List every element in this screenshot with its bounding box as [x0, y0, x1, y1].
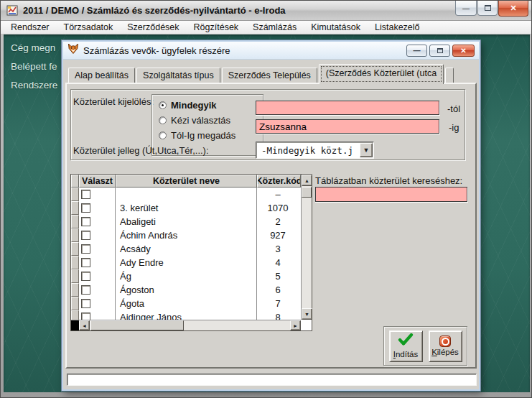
start-button[interactable]: Indítás — [389, 330, 423, 362]
select-cell — [79, 256, 116, 269]
minimize-button[interactable]: — — [455, 1, 477, 16]
horizontal-scroll-thumb[interactable] — [90, 320, 184, 330]
table-row[interactable]: Áchim András927 — [71, 228, 301, 242]
minimize-icon: — — [462, 4, 470, 12]
table-row[interactable]: Ágoston6 — [71, 283, 301, 297]
menu-item-rogzitesek[interactable]: Rögzítések — [187, 21, 246, 34]
row-selector[interactable] — [71, 256, 79, 269]
table-row[interactable]: Ág5 — [71, 269, 301, 283]
radio-option-tol-ig-megadas[interactable]: Tól-Ig megadás — [159, 130, 256, 141]
row-checkbox[interactable] — [81, 203, 90, 213]
maximize-button[interactable] — [477, 1, 498, 16]
chevron-down-icon[interactable]: ▼ — [360, 143, 373, 157]
to-suffix-label: -ig — [449, 122, 459, 133]
dialog-minimize-button[interactable]: — — [406, 45, 427, 57]
row-selector[interactable] — [71, 188, 79, 201]
street-code-cell: 6 — [257, 283, 299, 297]
current-record-indicator — [71, 320, 79, 330]
table-row[interactable]: Ágota7 — [71, 297, 301, 310]
exit-button[interactable]: Kilépés — [429, 330, 462, 362]
row-checkbox[interactable] — [81, 272, 90, 281]
select-cell — [79, 269, 116, 283]
menu-item-rendszer[interactable]: Rendszer — [4, 21, 57, 34]
row-selector[interactable] — [71, 310, 79, 320]
menu-item-szamlazas[interactable]: Számlázás — [246, 21, 304, 34]
maximize-icon — [437, 48, 443, 53]
radio-option-mindegyik[interactable]: Mindegyik — [159, 100, 256, 111]
scroll-down-icon[interactable]: ▼ — [302, 308, 312, 320]
foxpro-fox-icon — [67, 43, 79, 57]
from-suffix-label: -tól — [447, 103, 460, 114]
check-icon — [398, 333, 414, 349]
tab-stub — [445, 68, 454, 83]
menu-item-torzsadatok[interactable]: Törzsadatok — [57, 21, 121, 34]
table-row[interactable]: – — [71, 188, 301, 201]
tab-szerzodes-telepules[interactable]: Szerződés Település — [222, 68, 317, 83]
close-icon: ✕ — [510, 4, 516, 13]
row-checkbox[interactable] — [81, 244, 90, 254]
row-checkbox[interactable] — [81, 313, 90, 320]
column-header-kod: Közter.kód — [257, 175, 301, 188]
to-input[interactable] — [256, 119, 439, 134]
row-checkbox[interactable] — [81, 231, 90, 240]
dialog-status-field[interactable] — [67, 374, 477, 386]
street-table: Választ Közterület neve Közter.kód –3. k… — [70, 174, 312, 331]
vertical-scrollbar[interactable]: ▲ ▼ — [301, 175, 312, 320]
sidebar-label-belepett-fe: Belépett fe — [11, 61, 68, 72]
table-row[interactable]: Ady Endre4 — [71, 256, 301, 269]
horizontal-scroll-track[interactable] — [90, 320, 290, 330]
desktop-screenshot: 2011 / DEMO / Számlázó és szerződés-nyil… — [0, 0, 532, 398]
menu-item-listakezelo[interactable]: Listakezelő — [368, 21, 427, 34]
table-row[interactable]: Aidinger János8 — [71, 310, 301, 320]
row-selector[interactable] — [71, 283, 79, 297]
select-cell — [79, 297, 116, 310]
street-name-cell: Ágoston — [116, 283, 257, 297]
selector-column-header — [71, 175, 79, 188]
street-name-cell: 3. kerület — [116, 201, 257, 215]
radio-icon — [159, 131, 167, 139]
select-cell — [79, 242, 116, 256]
main-window-titlebar: 2011 / DEMO / Számlázó és szerződés-nyil… — [1, 1, 532, 21]
tab-szolgaltatas-tipus[interactable]: Szolgáltatás típus — [136, 68, 220, 83]
table-row[interactable]: Acsády3 — [71, 242, 301, 256]
select-cell — [79, 201, 116, 215]
horizontal-scrollbar[interactable]: ◄ ► — [71, 320, 301, 330]
dialog-title: Számlázás vevők- ügyfelek részére — [83, 45, 230, 56]
dialog-maximize-button[interactable] — [429, 45, 450, 57]
tab-szerzodes-kozterulet-utca[interactable]: (Szerződés Közterület (utca — [319, 64, 444, 84]
menu-item-szerzodesek[interactable]: Szerződések — [120, 21, 186, 34]
scroll-left-icon[interactable]: ◄ — [79, 320, 90, 330]
scroll-right-icon[interactable]: ► — [290, 320, 301, 330]
from-input[interactable] — [256, 101, 439, 115]
radio-option-kezi-valasztas[interactable]: Kézi választás — [159, 115, 256, 126]
row-selector[interactable] — [71, 228, 79, 242]
row-checkbox[interactable] — [81, 285, 90, 295]
table-row[interactable]: Abaligeti2 — [71, 215, 301, 228]
radio-icon — [159, 101, 167, 109]
row-checkbox[interactable] — [81, 258, 90, 267]
tab-alap-beallitas[interactable]: Alap beállítás — [68, 68, 135, 83]
radio-option-label: Tól-Ig megadás — [171, 130, 235, 141]
kijeloles-label: Közterület kijelölés: — [73, 96, 154, 107]
row-checkbox[interactable] — [81, 190, 90, 199]
search-input[interactable] — [315, 187, 467, 202]
dialog-close-button[interactable]: ✕ — [452, 45, 475, 57]
menu-item-kimutatasok[interactable]: Kimutatások — [304, 21, 368, 34]
row-selector[interactable] — [71, 297, 79, 310]
scrollbar-corner — [301, 320, 312, 330]
row-checkbox[interactable] — [81, 299, 90, 308]
select-cell — [79, 228, 116, 242]
street-name-cell: Ág — [116, 269, 257, 283]
row-selector[interactable] — [71, 242, 79, 256]
table-row[interactable]: 3. kerület1070 — [71, 201, 301, 215]
jelleg-label: Közterület jelleg (Út,Utca,Tér,...): — [73, 145, 209, 156]
street-code-cell: 1070 — [257, 201, 299, 215]
vertical-scroll-thumb[interactable] — [302, 187, 312, 198]
row-selector[interactable] — [71, 215, 79, 228]
row-selector[interactable] — [71, 201, 79, 215]
close-button[interactable]: ✕ — [498, 1, 528, 17]
row-selector[interactable] — [71, 269, 79, 283]
scroll-up-icon[interactable]: ▲ — [302, 175, 312, 186]
jelleg-dropdown[interactable]: -Mindegyik közt.j ▼ — [256, 142, 374, 159]
row-checkbox[interactable] — [81, 217, 90, 226]
